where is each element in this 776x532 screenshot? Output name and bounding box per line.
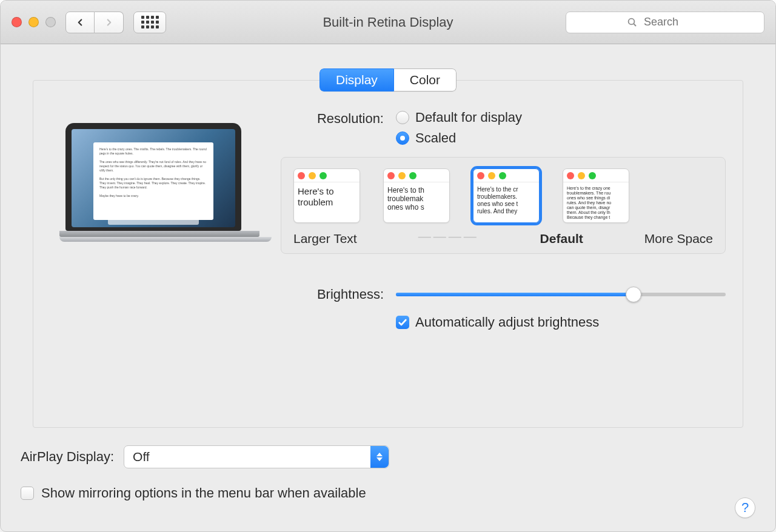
help-icon: ? <box>741 500 749 516</box>
tab-color[interactable]: Color <box>394 68 457 91</box>
svg-point-0 <box>629 18 635 24</box>
brightness-slider[interactable] <box>396 287 726 302</box>
display-panel: Here's to the crazy ones. The misfits. T… <box>33 80 743 428</box>
pane-tabs: Display Color <box>1 68 775 91</box>
radio-label: Default for display <box>415 110 522 125</box>
bottom-section: AirPlay Display: Off Show mirroring opti… <box>21 445 755 501</box>
scale-axis-left: Larger Text <box>293 231 357 246</box>
resolution-default-radio[interactable]: Default for display <box>396 110 522 125</box>
checkmark-icon <box>398 318 407 327</box>
close-window-button[interactable] <box>12 17 22 27</box>
forward-button[interactable] <box>95 12 124 33</box>
scale-option-3-selected[interactable]: Here's to the cr troublemakers. ones who… <box>473 168 540 223</box>
radio-checked-icon <box>396 131 409 145</box>
scale-preview-text: Here's to troublem <box>294 182 360 211</box>
scale-axis-right: More Space <box>644 231 713 246</box>
window-controls <box>12 17 56 27</box>
search-input[interactable] <box>644 16 753 28</box>
svg-line-1 <box>634 24 636 26</box>
show-all-button[interactable] <box>133 12 166 33</box>
airplay-select[interactable]: Off <box>124 445 389 468</box>
radio-label: Scaled <box>415 130 456 146</box>
airplay-value: Off <box>133 450 150 464</box>
scale-option-4[interactable]: Here's to the crazy one troublemakers. T… <box>563 168 629 223</box>
zoom-window-button[interactable] <box>45 17 56 27</box>
stepper-arrows-icon <box>370 446 389 468</box>
scale-axis-divider: ———— <box>418 229 479 244</box>
search-icon <box>627 17 638 28</box>
back-button[interactable] <box>65 12 95 33</box>
scale-preview-text: Here's to th troublemak ones who s <box>384 182 449 215</box>
preferences-window: Built-in Retina Display Display Color He… <box>0 0 776 532</box>
scale-preview-text: Here's to the cr troublemakers. ones who… <box>473 182 539 219</box>
scaled-resolution-picker: Here's to troublem Here's to th troublem… <box>281 157 726 254</box>
laptop-preview: Here's to the crazy ones. The misfits. T… <box>50 110 256 413</box>
dock-icon <box>108 218 199 225</box>
mirroring-label: Show mirroring options in the menu bar w… <box>41 485 366 501</box>
titlebar: Built-in Retina Display <box>1 1 775 44</box>
minimize-window-button[interactable] <box>28 17 39 27</box>
auto-brightness-label: Automatically adjust brightness <box>415 314 599 330</box>
laptop-preview-text: Here's to the crazy ones. The misfits. T… <box>93 142 213 220</box>
brightness-label: Brightness: <box>281 287 384 302</box>
mirroring-checkbox[interactable] <box>21 487 34 500</box>
scale-axis-default: Default <box>540 231 583 246</box>
auto-brightness-checkbox[interactable] <box>396 316 409 329</box>
slider-knob-icon <box>626 287 641 302</box>
search-field[interactable] <box>566 12 764 33</box>
scale-option-1[interactable]: Here's to troublem <box>293 168 360 223</box>
scale-preview-text: Here's to the crazy one troublemakers. T… <box>563 182 629 223</box>
radio-icon <box>396 111 409 124</box>
tab-display[interactable]: Display <box>319 68 394 91</box>
nav-back-forward <box>65 12 124 33</box>
airplay-label: AirPlay Display: <box>21 449 114 465</box>
resolution-scaled-radio[interactable]: Scaled <box>396 130 522 146</box>
chevron-right-icon <box>104 17 115 28</box>
resolution-label: Resolution: <box>281 110 384 127</box>
chevron-left-icon <box>75 17 85 28</box>
help-button[interactable]: ? <box>735 497 755 518</box>
scale-option-2[interactable]: Here's to th troublemak ones who s <box>383 168 450 223</box>
grid-icon <box>141 16 159 28</box>
